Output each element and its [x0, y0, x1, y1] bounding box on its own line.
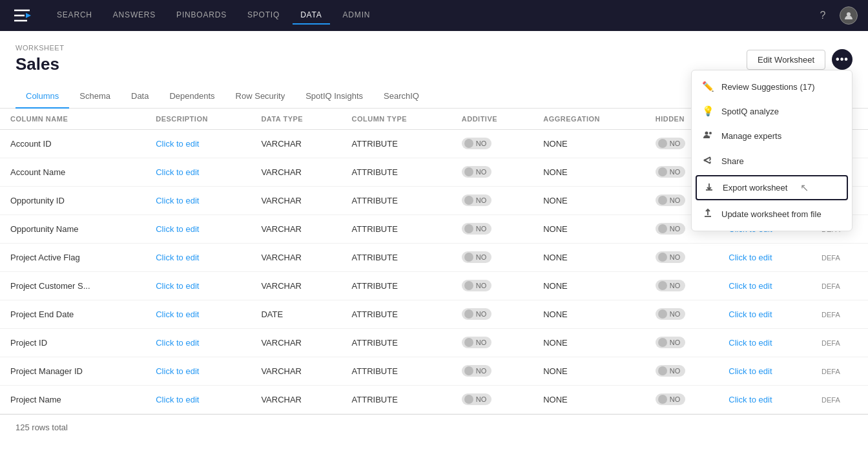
cell-additive[interactable]: NO — [451, 357, 533, 386]
hidden-toggle: NO — [656, 194, 686, 206]
cell-aggregation: NONE — [533, 329, 645, 357]
cell-description[interactable]: Click to edit — [145, 386, 251, 414]
col-header-column-type: COLUMN TYPE — [342, 109, 451, 130]
cell-hidden[interactable]: NO — [645, 329, 719, 357]
user-avatar[interactable] — [840, 6, 858, 25]
col-header-name: COLUMN NAME — [0, 109, 145, 130]
nav-pinboards[interactable]: PINBOARDS — [169, 6, 234, 25]
cell-description[interactable]: Click to edit — [145, 187, 251, 215]
cell-aggregation: NONE — [533, 272, 645, 300]
cell-hidden[interactable]: NO — [645, 300, 719, 329]
cell-hidden[interactable]: NO — [645, 244, 719, 272]
dropdown-export-worksheet[interactable]: Export worksheet ↖ — [696, 175, 848, 200]
cell-description[interactable]: Click to edit — [145, 130, 251, 158]
cell-description[interactable]: Click to edit — [145, 244, 251, 272]
cell-additive[interactable]: NO — [451, 244, 533, 272]
toggle-dot — [658, 366, 667, 375]
nav-spotiq[interactable]: SPOTIQ — [240, 6, 287, 25]
cell-description[interactable]: Click to edit — [145, 329, 251, 357]
cell-description[interactable]: Click to edit — [145, 357, 251, 386]
cell-additive[interactable]: NO — [451, 329, 533, 357]
page-title-section: WORKSHEET Sales — [16, 44, 64, 74]
cell-data-type: VARCHAR — [251, 215, 341, 244]
breadcrumb: WORKSHEET — [16, 44, 64, 52]
svg-point-6 — [705, 132, 708, 135]
cell-additive[interactable]: NO — [451, 187, 533, 215]
nav-answers[interactable]: ANSWERS — [105, 6, 163, 25]
dropdown-spotiq-analyze[interactable]: 💡 SpotIQ analyze — [692, 99, 852, 123]
cell-hidden[interactable]: NO — [645, 386, 719, 414]
dropdown-label-review: Review Suggestions (17) — [721, 82, 815, 92]
cell-edit[interactable]: Click to edit — [718, 386, 811, 414]
additive-toggle: NO — [462, 337, 492, 348]
main-container: WORKSHEET Sales Edit Worksheet ••• Colum… — [0, 31, 868, 471]
tab-row-security[interactable]: Row Security — [225, 85, 296, 109]
cell-additive[interactable]: NO — [451, 158, 533, 187]
cell-column-type: ATTRIBUTE — [342, 187, 451, 215]
cursor-icon: ↖ — [800, 182, 809, 194]
cell-column-type: ATTRIBUTE — [342, 272, 451, 300]
toggle-dot — [464, 196, 473, 205]
toggle-dot — [464, 139, 473, 148]
dropdown-update-worksheet[interactable]: Update worksheet from file — [692, 202, 852, 227]
cell-edit[interactable]: Click to edit — [718, 244, 811, 272]
nav-data[interactable]: DATA — [293, 6, 329, 25]
cell-description[interactable]: Click to edit — [145, 215, 251, 244]
cell-edit[interactable]: Click to edit — [718, 357, 811, 386]
logo[interactable] — [10, 4, 34, 27]
cell-extra: DEFA — [811, 357, 868, 386]
cell-additive[interactable]: NO — [451, 386, 533, 414]
cell-name: Opportunity ID — [0, 187, 145, 215]
cell-data-type: VARCHAR — [251, 158, 341, 187]
edit-worksheet-button[interactable]: Edit Worksheet — [747, 50, 825, 70]
cell-column-type: ATTRIBUTE — [342, 300, 451, 329]
page-header: WORKSHEET Sales Edit Worksheet ••• — [0, 31, 868, 74]
tab-spotiq-insights[interactable]: SpotIQ Insights — [295, 85, 373, 109]
help-icon[interactable]: ? — [814, 6, 832, 25]
cell-edit[interactable]: Click to edit — [718, 272, 811, 300]
dropdown-manage-experts[interactable]: Manage experts — [692, 123, 852, 149]
col-header-data-type: DATA TYPE — [251, 109, 341, 130]
tab-searchiq[interactable]: SearchIQ — [373, 85, 429, 109]
top-nav: SEARCH ANSWERS PINBOARDS SPOTIQ DATA ADM… — [0, 0, 868, 31]
table-row: Project Active Flag Click to edit VARCHA… — [0, 244, 868, 272]
nav-admin[interactable]: ADMIN — [335, 6, 378, 25]
nav-search[interactable]: SEARCH — [49, 6, 100, 25]
tab-columns[interactable]: Columns — [16, 85, 69, 109]
tab-dependents[interactable]: Dependents — [159, 85, 225, 109]
cell-data-type: VARCHAR — [251, 386, 341, 414]
hidden-toggle: NO — [656, 223, 686, 235]
cell-additive[interactable]: NO — [451, 215, 533, 244]
cell-additive[interactable]: NO — [451, 300, 533, 329]
cell-aggregation: NONE — [533, 357, 645, 386]
cell-description[interactable]: Click to edit — [145, 300, 251, 329]
lightbulb-icon: 💡 — [702, 105, 714, 117]
toggle-dot — [658, 253, 667, 262]
dropdown-label-manage: Manage experts — [721, 131, 781, 141]
toggle-dot — [658, 309, 667, 319]
dropdown-share[interactable]: Share — [692, 149, 852, 174]
cell-hidden[interactable]: NO — [645, 272, 719, 300]
toggle-dot — [464, 224, 473, 233]
cell-aggregation: NONE — [533, 187, 645, 215]
cell-description[interactable]: Click to edit — [145, 272, 251, 300]
cell-description[interactable]: Click to edit — [145, 158, 251, 187]
more-options-button[interactable]: ••• — [832, 49, 852, 70]
tab-data[interactable]: Data — [121, 85, 159, 109]
cell-additive[interactable]: NO — [451, 130, 533, 158]
cell-name: Account ID — [0, 130, 145, 158]
share-icon — [702, 155, 714, 167]
cell-edit[interactable]: Click to edit — [718, 329, 811, 357]
dropdown-review-suggestions[interactable]: ✏️ Review Suggestions (17) — [692, 74, 852, 99]
cell-aggregation: NONE — [533, 244, 645, 272]
toggle-dot — [464, 395, 473, 404]
cell-additive[interactable]: NO — [451, 272, 533, 300]
dropdown-label-spotiq: SpotIQ analyze — [721, 107, 779, 116]
cell-name: Opportunity Name — [0, 215, 145, 244]
cell-edit[interactable]: Click to edit — [718, 300, 811, 329]
toggle-dot — [658, 196, 667, 205]
table-row: Project End Date Click to edit DATE ATTR… — [0, 300, 868, 329]
tab-schema[interactable]: Schema — [69, 85, 121, 109]
dropdown-label-update: Update worksheet from file — [721, 209, 822, 219]
cell-hidden[interactable]: NO — [645, 357, 719, 386]
